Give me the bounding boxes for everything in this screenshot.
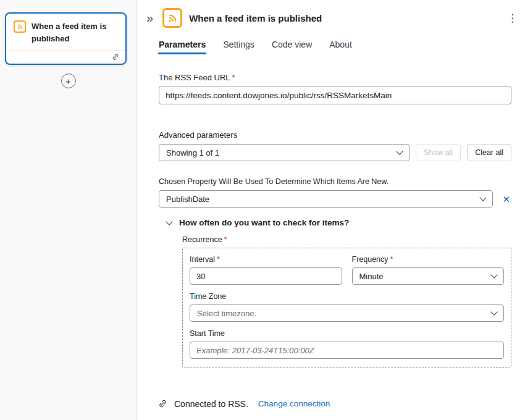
dropdown-selected-value: Showing 1 of 1 [166, 148, 219, 158]
connection-link-icon [158, 398, 168, 409]
power-automate-designer: When a feed item is published + [0, 0, 525, 420]
recurrence-section-title: How often do you want to check for items… [179, 218, 349, 227]
more-vertical-icon: ⋮ [507, 12, 518, 24]
trigger-card-main: When a feed item is published [6, 14, 125, 50]
panel-title: When a feed item is published [189, 13, 322, 23]
clear-all-button[interactable]: Clear all [467, 144, 511, 161]
rss-icon [14, 20, 26, 33]
remove-parameter-button[interactable]: ✕ [501, 193, 511, 205]
double-chevron-right-icon: » [146, 11, 153, 25]
show-all-button[interactable]: Show all [416, 144, 461, 161]
required-asterisk: * [390, 255, 393, 264]
more-options-button[interactable]: ⋮ [505, 12, 520, 25]
frequency-label: Frequency* [352, 255, 505, 264]
required-asterisk: * [217, 255, 220, 264]
start-time-label: Start Time [190, 329, 504, 338]
tab-about[interactable]: About [324, 36, 357, 56]
required-asterisk: * [232, 73, 235, 82]
add-action-button[interactable]: + [61, 74, 76, 88]
trigger-card-title: When a feed item is published [32, 20, 118, 44]
chevron-down-icon [166, 218, 172, 225]
frequency-field: Frequency* Minute [352, 253, 505, 285]
add-node-area: + [0, 74, 136, 88]
trigger-card[interactable]: When a feed item is published [5, 12, 127, 65]
tab-settings[interactable]: Settings [218, 36, 259, 56]
chevron-down-icon [490, 271, 497, 278]
required-asterisk: * [224, 235, 227, 244]
trigger-card-status-strip [6, 50, 125, 64]
change-connection-link[interactable]: Change connection [258, 399, 330, 408]
chevron-down-icon [490, 308, 497, 315]
flow-canvas[interactable]: When a feed item is published + [0, 0, 137, 420]
tab-code-view[interactable]: Code view [267, 36, 317, 56]
chosen-property-dropdown[interactable]: PublishDate [159, 190, 493, 208]
interval-frequency-row: Interval* Frequency* Minute [190, 253, 504, 285]
timezone-field: Time Zone Select timezone. [190, 292, 504, 322]
interval-label: Interval* [190, 255, 342, 264]
chosen-property-field: Chosen Property Will Be Used To Determin… [159, 177, 511, 208]
interval-field: Interval* [190, 253, 342, 285]
dismiss-icon: ✕ [502, 194, 510, 204]
plus-icon: + [65, 77, 71, 86]
chevron-down-icon [480, 194, 487, 201]
start-time-input[interactable] [190, 342, 504, 359]
parameters-tab-content: The RSS Feed URL* Advanced parameters Sh… [137, 56, 525, 392]
advanced-parameters-section: Advanced parameters Showing 1 of 1 Show … [159, 130, 511, 161]
recurrence-body: Recurrence* Interval* [182, 235, 511, 368]
recurrence-label: Recurrence* [182, 235, 511, 244]
recurrence-section-toggle[interactable]: How often do you want to check for items… [159, 218, 511, 227]
collapse-panel-button[interactable]: » [144, 10, 156, 25]
start-time-field: Start Time [190, 329, 504, 359]
recurrence-editor: Interval* Frequency* Minute [182, 248, 511, 368]
recurrence-section: How often do you want to check for items… [159, 218, 511, 368]
feed-url-input[interactable] [159, 86, 511, 104]
properties-panel: » When a feed item is published ⋮ Parame… [137, 0, 525, 420]
chosen-property-label: Chosen Property Will Be Used To Determin… [159, 177, 511, 186]
chevron-down-icon [396, 148, 403, 154]
connection-footer: Connected to RSS. Change connection [137, 392, 525, 420]
dropdown-placeholder: Select timezone. [197, 309, 256, 318]
connection-link-icon [111, 52, 120, 61]
advanced-parameters-label: Advanced parameters [159, 130, 511, 140]
dropdown-selected-value: PublishDate [166, 195, 209, 204]
tab-bar: Parameters Settings Code view About [137, 28, 525, 56]
timezone-label: Time Zone [190, 292, 504, 301]
advanced-parameters-dropdown[interactable]: Showing 1 of 1 [159, 144, 410, 161]
advanced-parameters-row: Showing 1 of 1 Show all Clear all [159, 144, 511, 161]
rss-icon [162, 8, 182, 28]
feed-url-field: The RSS Feed URL* [159, 73, 511, 104]
panel-header: » When a feed item is published ⋮ [137, 0, 525, 28]
chosen-property-row: PublishDate ✕ [159, 190, 511, 208]
frequency-dropdown[interactable]: Minute [352, 267, 505, 285]
connected-status-text: Connected to RSS. [174, 399, 248, 409]
feed-url-label: The RSS Feed URL* [159, 73, 511, 82]
timezone-dropdown[interactable]: Select timezone. [190, 304, 504, 322]
dropdown-selected-value: Minute [359, 272, 384, 281]
interval-input[interactable] [190, 267, 342, 285]
tab-parameters[interactable]: Parameters [154, 36, 211, 56]
